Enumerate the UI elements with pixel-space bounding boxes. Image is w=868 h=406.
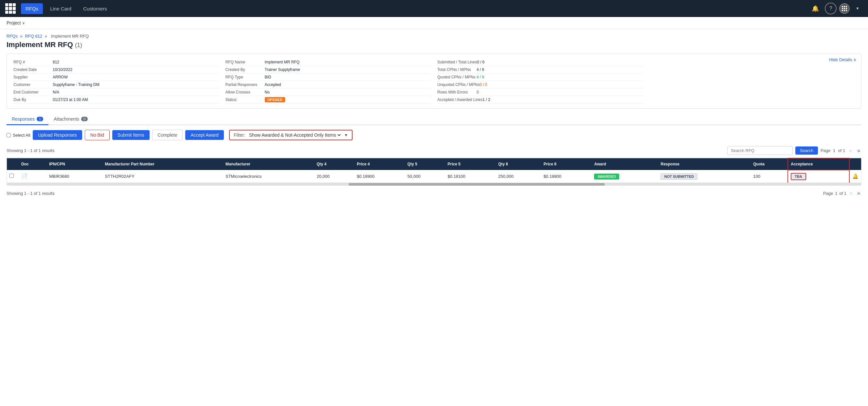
submit-items-button[interactable]: Submit Items (112, 130, 150, 140)
col-action (849, 158, 861, 170)
col-qty4: Qty 4 (314, 158, 354, 170)
nav-line-card[interactable]: Line Card (45, 3, 76, 14)
page-num-bottom: 1 (835, 191, 837, 196)
prev-page-button-bottom[interactable]: « (848, 190, 854, 196)
accept-award-button[interactable]: Accept Award (185, 130, 223, 140)
detail-label-accepted-awarded: Accepted / Awarded Lines (437, 97, 483, 102)
nav-customers[interactable]: Customers (79, 3, 112, 14)
project-chevron-icon[interactable]: ∨ (22, 21, 25, 25)
filter-box: Filter: Show Awarded & Not-Accepted Only… (229, 130, 352, 140)
detail-label-quoted-cpns: Quoted CPNs / MPNs (437, 75, 476, 79)
detail-value-allow-crosses: No (265, 90, 270, 95)
detail-value-rows-errors: 0 (476, 90, 479, 95)
row-price4: $0.18900 (354, 170, 405, 183)
next-page-button-bottom[interactable]: » (856, 190, 862, 196)
tab-attachments[interactable]: Attachments 0 (49, 114, 93, 125)
detail-value-partial-responses: Accepted (265, 82, 281, 87)
row-checkbox-cell[interactable] (7, 170, 19, 183)
table-row: 📄 MBIR3680 STTH2R02AFY STMicroelectronic… (7, 170, 861, 183)
breadcrumb: RFQs » RFQ 812 » Implement MR RFQ (6, 34, 862, 39)
page-label-top: Page (820, 148, 830, 153)
row-action-icon[interactable]: 🔔 (849, 170, 861, 183)
search-area: Search Page 1 of 1 « » (727, 146, 862, 155)
no-bid-button[interactable]: No Bid (85, 130, 110, 140)
results-bar-bottom: Showing 1 - 1 of 1 results Page 1 of 1 «… (6, 188, 862, 198)
breadcrumb-sep2: » (45, 34, 47, 39)
svg-rect-3 (846, 6, 847, 7)
of-label-top: of 1 (838, 148, 845, 153)
col-mpn: Manufacturer Part Number (102, 158, 223, 170)
select-all-label: Select All (13, 133, 30, 138)
complete-button[interactable]: Complete (152, 130, 183, 140)
detail-value-submitted-total: 0 / 6 (477, 60, 485, 64)
tab-attachments-badge: 0 (81, 117, 88, 121)
detail-label-supplier: Supplier (13, 75, 53, 79)
nav-rfqs[interactable]: RFQs (21, 3, 43, 14)
app-grid-icon[interactable] (5, 3, 16, 14)
breadcrumb-rfqs[interactable]: RFQs (6, 34, 18, 39)
svg-rect-4 (842, 8, 843, 9)
tabs-bar: Responses 1 Attachments 0 (6, 114, 862, 125)
search-button[interactable]: Search (795, 146, 818, 155)
detail-label-total-cpns: Total CPNs / MPNs (437, 67, 476, 72)
user-avatar[interactable] (839, 3, 850, 14)
help-icon[interactable]: ? (825, 3, 837, 14)
not-submitted-badge: NOT SUBMITTED (660, 173, 697, 180)
filter-label: Filter: (234, 132, 245, 138)
toolbar: Select All Upload Responses No Bid Submi… (6, 130, 862, 140)
detail-label-submitted-total: Submitted / Total Lines (437, 60, 477, 64)
prev-page-button-top[interactable]: « (848, 148, 853, 154)
breadcrumb-sep1: » (20, 34, 23, 39)
awarded-badge: AWARDED (594, 174, 619, 179)
search-rfq-input[interactable] (727, 146, 793, 155)
detail-label-created-date: Created Date (13, 67, 53, 72)
next-page-button-top[interactable]: » (856, 148, 862, 154)
svg-rect-9 (846, 10, 847, 11)
row-acceptance[interactable]: TBA (788, 170, 849, 183)
select-all-checkbox[interactable]: Select All (6, 133, 30, 138)
col-qty5: Qty 5 (405, 158, 445, 170)
svg-rect-6 (846, 8, 847, 9)
row-price6: $0.18800 (541, 170, 592, 183)
scrollbar-thumb[interactable] (348, 183, 605, 186)
showing-results-bottom: Showing 1 - 1 of 1 results (6, 191, 55, 196)
tab-responses[interactable]: Responses 1 (6, 114, 49, 125)
col-award: Award (591, 158, 658, 170)
select-all-input[interactable] (6, 133, 11, 137)
detail-label-partial-responses: Partial Responses (225, 82, 265, 87)
row-doc-cell: 📄 (19, 170, 46, 183)
col-ipn-cpn: IPN/CPN (46, 158, 102, 170)
detail-value-accepted-awarded: 1 / 2 (483, 97, 490, 102)
notification-bell-icon[interactable]: 🔔 (808, 3, 822, 14)
detail-value-quoted-cpns: 4 / 6 (476, 75, 484, 79)
nav-chevron-down-icon[interactable]: ▼ (852, 4, 863, 13)
tba-badge[interactable]: TBA (791, 173, 806, 180)
upload-responses-button[interactable]: Upload Responses (33, 130, 82, 140)
filter-chevron-icon: ▼ (344, 133, 348, 137)
hide-details-button[interactable]: Hide Details ∧ (829, 57, 857, 62)
notification-row-icon[interactable]: 🔔 (852, 173, 859, 179)
row-response: NOT SUBMITTED (658, 170, 750, 183)
page-title: Implement MR RFQ (1) (6, 40, 862, 49)
doc-icon[interactable]: 📄 (21, 173, 28, 179)
detail-value-total-cpns: 4 / 6 (476, 67, 484, 72)
col-price4: Price 4 (354, 158, 405, 170)
horizontal-scrollbar[interactable] (6, 183, 862, 186)
breadcrumb-rfq812[interactable]: RFQ 812 (25, 34, 42, 39)
row-quota: 100 (750, 170, 788, 183)
detail-label-unquoted-cpns: Unquoted CPNs / MPNs (437, 82, 479, 87)
filter-select[interactable]: Show Awarded & Not-Accepted Only Items S… (248, 132, 342, 138)
of-label-bottom: of 1 (839, 191, 847, 196)
svg-rect-8 (844, 10, 845, 11)
svg-rect-5 (844, 8, 845, 9)
col-quota: Quota (750, 158, 788, 170)
detail-label-end-customer: End Customer (13, 90, 53, 95)
project-label[interactable]: Project (6, 20, 21, 26)
detail-label-customer: Customer (13, 82, 53, 87)
row-checkbox[interactable] (9, 174, 14, 178)
project-bar: Project ∨ (0, 17, 868, 29)
detail-value-unquoted-cpns: 0 / 0 (479, 82, 487, 87)
detail-label-due-by: Due By (13, 97, 53, 102)
page-label-bottom: Page (823, 191, 833, 196)
detail-label-allow-crosses: Allow Crosses (225, 90, 265, 95)
